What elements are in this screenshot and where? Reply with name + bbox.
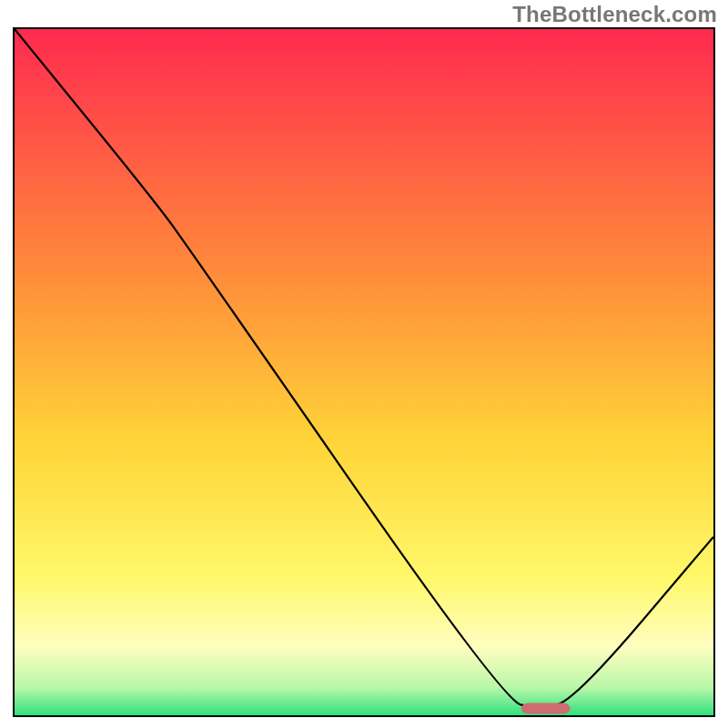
chart-frame <box>13 27 715 717</box>
watermark-text: TheBottleneck.com <box>512 2 717 27</box>
chart-svg <box>15 29 713 715</box>
optimal-marker <box>521 703 571 713</box>
chart-background <box>15 29 713 715</box>
